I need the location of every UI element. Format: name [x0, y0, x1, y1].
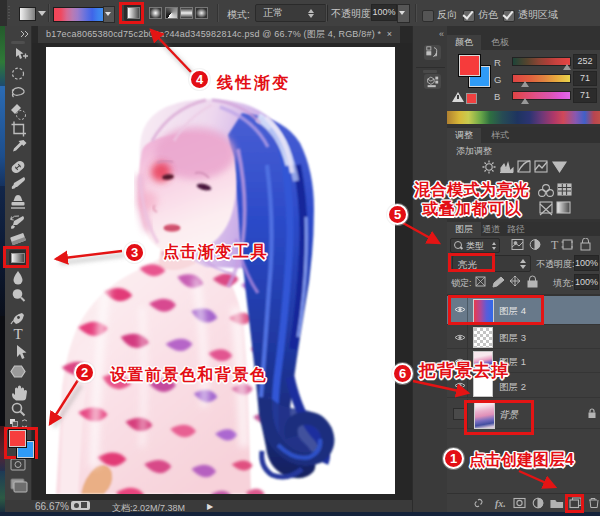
svg-text:fx.: fx.: [495, 498, 506, 509]
svg-text:T: T: [551, 238, 559, 251]
svg-text:T: T: [13, 326, 22, 342]
